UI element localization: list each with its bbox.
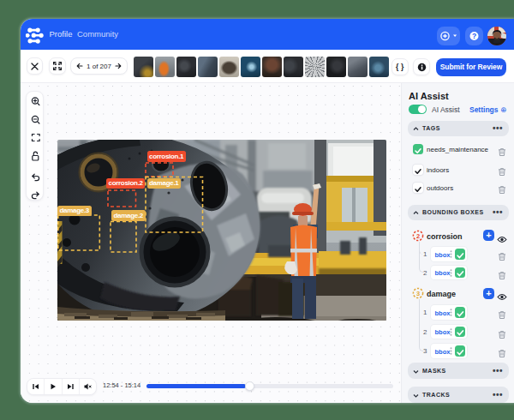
- svg-text:3: 3: [416, 290, 420, 297]
- svg-text:}: }: [401, 63, 404, 71]
- svg-text:2: 2: [416, 231, 420, 239]
- svg-text:{: {: [396, 63, 399, 71]
- svg-text:?: ?: [472, 32, 476, 40]
